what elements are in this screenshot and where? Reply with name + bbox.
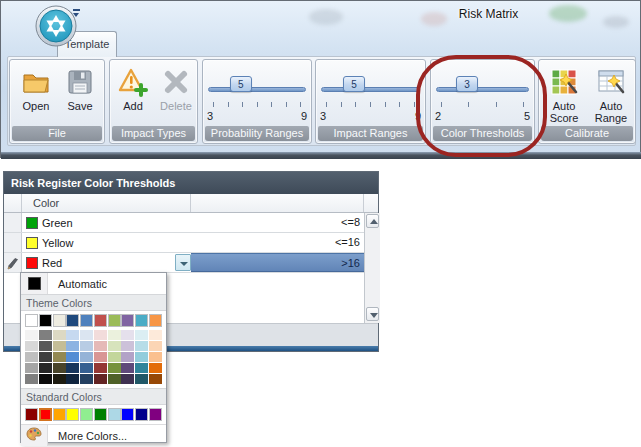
- color-swatch[interactable]: [94, 374, 107, 384]
- slider-thumb[interactable]: 5: [230, 76, 252, 92]
- color-swatch[interactable]: [25, 330, 38, 340]
- color-swatch[interactable]: [80, 363, 93, 373]
- slider-track[interactable]: [208, 87, 306, 92]
- color-swatch[interactable]: [121, 408, 134, 421]
- color-swatch[interactable]: [80, 314, 93, 327]
- save-button[interactable]: Save: [58, 64, 102, 128]
- color-swatch[interactable]: [108, 352, 121, 362]
- color-swatch[interactable]: [66, 408, 79, 421]
- scroll-down-button[interactable]: [366, 307, 379, 321]
- color-swatch[interactable]: [53, 374, 66, 384]
- color-swatch[interactable]: [25, 408, 38, 421]
- color-swatch[interactable]: [80, 330, 93, 340]
- color-swatch[interactable]: [149, 374, 162, 384]
- color-swatch[interactable]: [94, 330, 107, 340]
- auto-score-button[interactable]: Auto Score: [542, 64, 586, 128]
- scroll-up-button[interactable]: [366, 214, 379, 228]
- threshold-value-cell-selected[interactable]: >16: [191, 253, 364, 272]
- color-swatch[interactable]: [121, 352, 134, 362]
- color-swatch[interactable]: [94, 408, 107, 421]
- color-swatch[interactable]: [121, 341, 134, 351]
- color-cell[interactable]: Red: [22, 253, 191, 272]
- probability-range-slider[interactable]: 5: [208, 82, 306, 98]
- color-swatch[interactable]: [149, 330, 162, 340]
- open-button[interactable]: Open: [14, 64, 58, 128]
- color-swatch[interactable]: [135, 408, 148, 421]
- color-swatch[interactable]: [135, 374, 148, 384]
- color-swatch[interactable]: [149, 352, 162, 362]
- color-swatch[interactable]: [135, 330, 148, 340]
- color-swatch[interactable]: [108, 374, 121, 384]
- color-swatch[interactable]: [80, 352, 93, 362]
- color-swatch[interactable]: [149, 408, 162, 421]
- color-swatch[interactable]: [108, 330, 121, 340]
- color-swatch[interactable]: [25, 374, 38, 384]
- color-swatch[interactable]: [135, 314, 148, 327]
- slider-thumb[interactable]: 5: [343, 76, 365, 92]
- color-swatch[interactable]: [53, 352, 66, 362]
- table-row-green[interactable]: Green <=8: [4, 213, 364, 233]
- color-swatch[interactable]: [66, 374, 79, 384]
- color-swatch[interactable]: [108, 341, 121, 351]
- color-swatch[interactable]: [94, 352, 107, 362]
- color-swatch[interactable]: [25, 352, 38, 362]
- color-swatch[interactable]: [149, 341, 162, 351]
- color-swatch[interactable]: [25, 314, 38, 327]
- automatic-color-item[interactable]: Automatic: [21, 273, 166, 294]
- impact-range-slider[interactable]: 5: [321, 82, 420, 98]
- delete-button[interactable]: Delete: [155, 64, 197, 128]
- color-swatch[interactable]: [66, 330, 79, 340]
- color-swatch[interactable]: [121, 374, 134, 384]
- color-swatch[interactable]: [53, 363, 66, 373]
- color-swatch[interactable]: [53, 314, 66, 327]
- color-swatch[interactable]: [25, 341, 38, 351]
- application-menu-button[interactable]: [34, 3, 81, 50]
- color-dropdown-button[interactable]: [175, 254, 191, 271]
- vertical-scrollbar[interactable]: [364, 213, 380, 323]
- color-swatch[interactable]: [39, 374, 52, 384]
- color-cell[interactable]: Yellow: [22, 233, 191, 252]
- slider-track[interactable]: [321, 87, 420, 92]
- color-cell[interactable]: Green: [22, 213, 191, 232]
- color-swatch[interactable]: [108, 408, 121, 421]
- color-swatch[interactable]: [121, 314, 134, 327]
- color-swatch[interactable]: [149, 363, 162, 373]
- color-swatch[interactable]: [135, 363, 148, 373]
- color-swatch[interactable]: [39, 408, 52, 421]
- table-row-red[interactable]: Red >16: [4, 253, 364, 273]
- color-swatch[interactable]: [121, 363, 134, 373]
- color-swatch[interactable]: [66, 314, 79, 327]
- color-swatch[interactable]: [135, 352, 148, 362]
- column-header-color[interactable]: Color: [22, 194, 191, 212]
- table-row-yellow[interactable]: Yellow <=16: [4, 233, 364, 253]
- color-swatch[interactable]: [39, 352, 52, 362]
- more-colors-item[interactable]: More Colors...: [21, 424, 166, 446]
- color-swatch[interactable]: [108, 314, 121, 327]
- threshold-value-cell[interactable]: <=8: [191, 213, 364, 232]
- color-swatch[interactable]: [94, 341, 107, 351]
- color-swatch[interactable]: [121, 330, 134, 340]
- auto-range-button[interactable]: Auto Range: [589, 64, 633, 128]
- color-swatch[interactable]: [80, 341, 93, 351]
- color-swatch[interactable]: [53, 330, 66, 340]
- color-swatch[interactable]: [25, 363, 38, 373]
- color-swatch[interactable]: [108, 363, 121, 373]
- color-swatch[interactable]: [94, 363, 107, 373]
- color-swatch[interactable]: [149, 314, 162, 327]
- color-swatch[interactable]: [39, 363, 52, 373]
- color-swatch[interactable]: [80, 408, 93, 421]
- color-swatch[interactable]: [135, 341, 148, 351]
- color-swatch[interactable]: [39, 341, 52, 351]
- color-swatch[interactable]: [39, 314, 52, 327]
- threshold-value-cell[interactable]: <=16: [191, 233, 364, 252]
- add-button[interactable]: Add: [112, 64, 154, 128]
- color-swatch[interactable]: [53, 341, 66, 351]
- color-swatch[interactable]: [66, 352, 79, 362]
- color-swatch[interactable]: [66, 363, 79, 373]
- color-swatch[interactable]: [80, 374, 93, 384]
- color-swatch[interactable]: [53, 408, 66, 421]
- color-swatch[interactable]: [39, 330, 52, 340]
- color-swatch[interactable]: [94, 314, 107, 327]
- column-header-value[interactable]: [191, 194, 364, 212]
- color-swatch[interactable]: [66, 341, 79, 351]
